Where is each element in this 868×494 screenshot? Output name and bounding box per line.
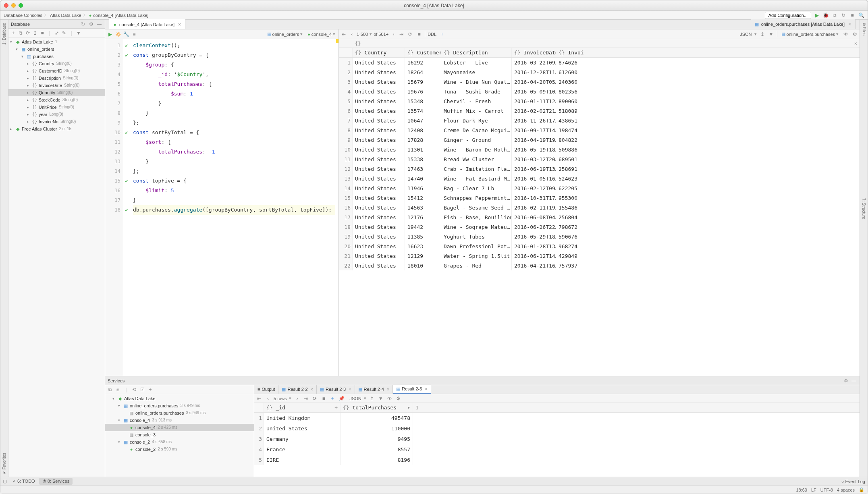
hide-icon[interactable]: — [851, 378, 857, 384]
export-icon[interactable]: ↥ [759, 31, 766, 37]
pin-icon[interactable]: 📌 [338, 395, 345, 402]
maximize-window-button[interactable] [19, 3, 23, 8]
tree-datasource[interactable]: ▸◆ Free Atlas Cluster2 of 15 [8, 125, 105, 133]
export-icon[interactable]: ↥ [369, 395, 375, 402]
table-row[interactable]: 1United States16292Lobster - Live2016-03… [339, 58, 860, 67]
code-editor[interactable]: 123456789101112131415161718 ✔✔✔✔✔ clearC… [105, 39, 338, 376]
console-select[interactable]: ●console_4 ▾ [306, 31, 337, 37]
last-page-icon[interactable]: ⇥ [398, 31, 405, 37]
services-tool-tab[interactable]: ⚗ 8: Services [39, 478, 73, 485]
column-header[interactable]: {} totalPurchases▾ [341, 403, 413, 412]
table-row[interactable]: 21United States12129Water - Spring 1.5li… [339, 251, 860, 261]
hide-icon[interactable]: — [96, 21, 102, 27]
close-window-button[interactable] [4, 3, 8, 8]
eye-icon[interactable]: 👁 [386, 395, 393, 402]
close-icon[interactable]: × [854, 41, 857, 46]
rerun-icon[interactable]: ↻ [840, 12, 847, 19]
table-row[interactable]: 1United Kingdom495478 [254, 413, 860, 423]
add-icon[interactable]: ＋ [147, 386, 154, 393]
database-tool-tab[interactable]: 1: Database [2, 23, 6, 45]
cursor-position[interactable]: 18:60 [796, 488, 807, 492]
services-tree-item[interactable]: ▥console_3 [105, 431, 254, 438]
gear-icon[interactable]: ⚙ [88, 21, 94, 27]
run-icon[interactable]: ▶ [107, 31, 113, 37]
table-row[interactable]: 3United States15679Wine - Blue Nun Qual…… [339, 77, 860, 87]
inspect-icon[interactable]: 🔅 [115, 31, 121, 37]
close-icon[interactable]: × [387, 387, 389, 392]
table-row[interactable]: 9United States17828Ginger - Ground2016-0… [339, 135, 860, 145]
coverage-icon[interactable]: ⧉ [831, 12, 838, 19]
filter-icon[interactable]: ▼ [75, 30, 82, 36]
breadcrumb-item[interactable]: ● console_4 [Atlas Data Lake] [89, 13, 149, 18]
prev-page-icon[interactable]: ‹ [265, 395, 271, 402]
column-header[interactable]: {} Description [441, 48, 512, 57]
services-tree-item[interactable]: ▾◆Atlas Data Lake [105, 395, 254, 402]
line-separator[interactable]: LF [811, 488, 816, 492]
tree-field[interactable]: ▸{}yearLong(0) [8, 111, 105, 118]
services-tree-item[interactable]: ●console_42 s 425 ms [105, 424, 254, 431]
breadcrumb-item[interactable]: Atlas Data Lake [50, 13, 81, 18]
tree-collection[interactable]: ▾▥ purchases [8, 53, 105, 60]
services-tree-item[interactable]: ▾▦console_24 s 658 ms [105, 438, 254, 446]
up-icon[interactable]: ↥ [32, 30, 38, 36]
tab-console[interactable]: ● console_4 [Atlas Data Lake] × [109, 19, 185, 29]
tree-field[interactable]: ▸{}InvoiceNoString(0) [8, 118, 105, 125]
close-icon[interactable]: × [311, 387, 313, 392]
table-row[interactable]: 4United States19676Tuna - Sushi Grade201… [339, 87, 860, 96]
wrench-icon[interactable]: 🔧 [123, 31, 129, 37]
services-grid[interactable]: 1United Kingdom4954782United States11000… [254, 413, 860, 477]
eye-icon[interactable]: 👁 [843, 31, 849, 37]
prev-page-icon[interactable]: ‹ [349, 31, 355, 37]
todo-tool-tab[interactable]: ✓ 6: TODO [9, 478, 38, 485]
tree-datasource[interactable]: ▾◆ Atlas Data Lake1 [8, 38, 105, 46]
column-header[interactable]: {} _id÷ [264, 403, 341, 412]
indent-settings[interactable]: 4 spaces [837, 488, 855, 492]
table-row[interactable]: 10United States11301Wine - Baron De Roth… [339, 145, 860, 154]
services-tree[interactable]: ▾◆Atlas Data Lake▾▦online_orders.purchas… [105, 394, 254, 477]
services-tree-item[interactable]: ●console_22 s 599 ms [105, 446, 254, 453]
table-row[interactable]: 17United States12176Fish - Base, Bouilli… [339, 212, 860, 222]
first-page-icon[interactable]: ⇤ [341, 31, 347, 37]
tree-field[interactable]: ▸{}CountryString(0) [8, 60, 105, 67]
column-header[interactable]: {} Country [353, 48, 405, 57]
toolwindow-icon[interactable]: ▢ [3, 479, 7, 484]
add-row-icon[interactable]: ＋ [439, 31, 445, 37]
services-tree-item[interactable]: ▾▦console_43 s 913 ms [105, 417, 254, 424]
minimize-window-button[interactable] [11, 3, 16, 8]
services-tab[interactable]: ≡Output [254, 385, 278, 394]
tree-field[interactable]: ▸{}QuantityString(0) [8, 89, 105, 96]
table-row[interactable]: 8United States12408Creme De Cacao Mcgui…… [339, 125, 860, 135]
collapse-icon[interactable]: ⧈ [115, 386, 121, 393]
sync-icon[interactable]: ⟳ [25, 30, 31, 36]
services-tree-item[interactable]: ▾▦online_orders.purchases3 s 949 ms [105, 402, 254, 409]
stop-icon[interactable]: ■ [849, 12, 856, 19]
encoding[interactable]: UTF-8 [820, 488, 833, 492]
close-icon[interactable]: × [425, 386, 427, 391]
history-icon[interactable]: ⟲ [131, 386, 137, 393]
last-page-icon[interactable]: ⇥ [303, 395, 309, 402]
table-row[interactable]: 22United States18010Grapes - Red2016-04-… [339, 261, 860, 270]
table-row[interactable]: 12United States17463Crab - Imitation Fla… [339, 164, 860, 174]
tab-purchases[interactable]: ▦ online_orders.purchases [Atlas Data La… [751, 19, 856, 29]
services-tab[interactable]: ▦Result 2-5× [393, 385, 431, 394]
edit-icon[interactable]: ✎ [61, 30, 67, 36]
stop-icon[interactable]: ■ [39, 30, 46, 36]
next-page-icon[interactable]: › [390, 31, 397, 37]
add-icon[interactable]: ＋ [10, 30, 17, 36]
table-row[interactable]: 18United States19442Wine - Sograpе Mateu… [339, 222, 860, 232]
favorites-tool-tab[interactable]: ★ Favorites [2, 453, 6, 475]
filter-icon[interactable]: ☑ [139, 386, 145, 393]
files-tool-tab[interactable]: ⧉ Files [862, 23, 866, 35]
first-page-icon[interactable]: ⇤ [256, 395, 262, 402]
column-header[interactable]: {} Invoic [556, 48, 584, 57]
table-row[interactable]: 15United States15412Schnappes Peppermint… [339, 193, 860, 203]
search-icon[interactable]: 🔍 [858, 12, 864, 19]
services-tree-item[interactable]: ▥online_orders.purchases3 s 949 ms [105, 409, 254, 417]
services-tab[interactable]: ▦Result 2-3× [317, 385, 355, 394]
stop-icon[interactable]: ■ [416, 31, 422, 37]
table-row[interactable]: 4France8557 [254, 444, 860, 455]
column-header[interactable]: {} CustomerID [405, 48, 441, 57]
table-row[interactable]: 16United States14563Bagel - Sesame Seed … [339, 203, 860, 212]
table-row[interactable]: 5EIRE8196 [254, 455, 860, 465]
tree-field[interactable]: ▸{}DescriptionString(0) [8, 75, 105, 82]
